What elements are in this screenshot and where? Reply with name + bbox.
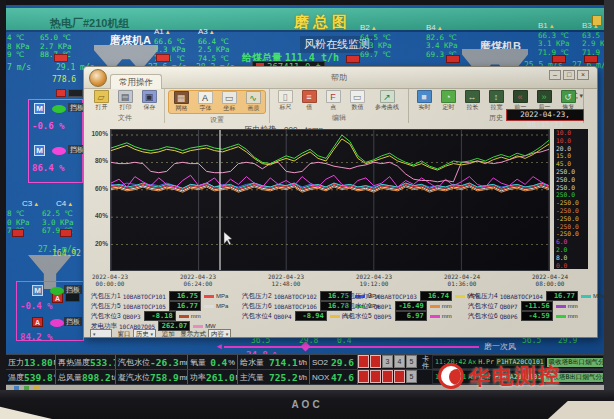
toolbar-font-button[interactable]: A字体 <box>194 91 216 113</box>
close-icon[interactable]: × <box>577 70 589 80</box>
taskbar-icon[interactable] <box>34 386 39 390</box>
toolbar-widen-button[interactable]: ↕拉宽 <box>485 90 507 112</box>
legend-row[interactable]: 汽包水位5QB0P56.97mm <box>342 311 479 321</box>
legend-row[interactable]: 汽包水位7QB0P7-11.56mm <box>468 301 604 311</box>
toolbar-group-文件: ▱打开▤打印▣保存文件 <box>86 89 165 123</box>
plant-title: 热电厂#210机组 <box>50 16 129 31</box>
x-axis-label: 2022-04-2401:36:00 <box>432 273 492 287</box>
tab-common-operations[interactable]: 常用操作 <box>110 74 162 89</box>
motor-m-box[interactable]: M <box>32 285 43 296</box>
toolbar-stretch-button[interactable]: ↔拉长 <box>461 90 483 112</box>
alarm-block[interactable] <box>56 89 66 97</box>
toolbar-axis-button[interactable]: ▭坐标 <box>218 91 240 113</box>
status-label: 汽包水位 <box>118 357 150 368</box>
toolbar-ruler-button[interactable]: ▯标尺 <box>274 90 296 112</box>
trend-chart[interactable] <box>110 129 550 271</box>
pump-a-box[interactable]: A <box>32 317 43 327</box>
alarm-page-button[interactable]: 5 <box>406 355 417 368</box>
valve-status-icon[interactable] <box>52 147 66 155</box>
toolbar-open-button[interactable]: ▱打开 <box>90 90 112 112</box>
alarm-page-button[interactable] <box>382 370 393 383</box>
monitor-bezel <box>0 0 614 5</box>
value-icon: ≡ <box>302 90 317 103</box>
window-select[interactable]: 历史 ▾ <box>133 329 156 338</box>
legend-row[interactable]: 汽包压力110BABTOCP10116.75MPa <box>91 291 228 301</box>
valve-status-icon[interactable] <box>52 105 66 113</box>
toolbar-grid-button[interactable]: ▦网格 <box>170 91 192 113</box>
valve-status-icon[interactable] <box>50 287 64 295</box>
taskbar-icon[interactable] <box>14 386 19 390</box>
pen-value: 16.77 <box>169 301 201 311</box>
legend-row[interactable]: 汽包压力310BABTOCP10316.74MPa <box>342 291 479 301</box>
motor-m-box[interactable]: M <box>34 103 45 114</box>
app-logo-icon[interactable] <box>89 69 107 87</box>
alarm-block[interactable] <box>446 55 460 63</box>
toolbar-point-button[interactable]: F点 <box>322 90 344 112</box>
legend-row[interactable]: 汽包水位6QB0P6-4.59mm <box>468 311 604 321</box>
maximize-icon[interactable]: □ <box>563 70 575 80</box>
status-cell: 总风量898.2t/h <box>56 370 116 384</box>
alarm-page-button[interactable] <box>370 370 381 383</box>
alarm-button-row: 5 <box>358 370 420 384</box>
alarm-page-button[interactable]: 4 <box>394 355 405 368</box>
valve-status-icon[interactable] <box>50 319 64 327</box>
status-cell: NOX47.6 <box>310 370 358 384</box>
pen-icon: ∿ <box>246 91 261 104</box>
status-cell: 主汽量725.2t/h <box>238 370 310 384</box>
toolbar-group-label: 编辑 <box>273 113 405 123</box>
toolbar-refcurve-button[interactable]: ↗参考曲线 <box>370 90 404 112</box>
y-axis-label: 20% <box>84 240 108 247</box>
taskbar-icon[interactable] <box>24 386 29 390</box>
motor-m-box[interactable]: M <box>34 145 45 156</box>
alarm-block[interactable] <box>552 55 566 63</box>
alarm-block[interactable] <box>584 55 598 63</box>
toolbar-print-button[interactable]: ▤打印 <box>114 90 136 112</box>
status-label: 功率 <box>190 372 206 383</box>
pen-tag: 10BABTOCP103 <box>374 293 417 300</box>
alarm-page-button[interactable] <box>358 370 369 383</box>
alarm-triangle-icon: ▲ <box>33 201 39 207</box>
pen-unit: mm <box>191 313 201 319</box>
alarm-page-button[interactable]: 5 <box>406 370 417 383</box>
toolbar-save-button[interactable]: ▣保存 <box>138 90 160 112</box>
help-menu[interactable]: 帮助 <box>331 72 347 83</box>
alarm-page-button[interactable] <box>394 370 405 383</box>
status-value: 261.0 <box>206 372 235 383</box>
alarm-block[interactable] <box>54 54 68 62</box>
pen-unit: MPa <box>593 293 604 299</box>
toolbar-realtime-button[interactable]: ■实时 <box>413 90 435 112</box>
x-axis-time: 12:48:00 <box>256 280 316 287</box>
alarm-block[interactable] <box>346 55 360 63</box>
append-button[interactable]: 追加 <box>162 330 175 337</box>
probe-c3-id: C3▲ <box>22 200 39 210</box>
trend-window-titlebar[interactable]: 常用操作 帮助 – □ × <box>84 67 597 89</box>
pen-combo[interactable]: ▾ <box>90 329 112 338</box>
alarm-block[interactable] <box>12 229 24 237</box>
legend-column: 汽包压力110BABTOCP10116.75MPa汽包压力510BABTOCP1… <box>91 291 228 331</box>
status-cell: SO229.6 <box>310 355 358 369</box>
legend-row[interactable]: 汽包压力510BABTOCP10516.77MPa <box>91 301 228 311</box>
pen-unit: MPa <box>216 303 228 309</box>
alarm-block[interactable] <box>60 229 72 237</box>
x-axis-time: 01:36:00 <box>432 280 492 287</box>
alarm-page-button[interactable] <box>358 355 369 368</box>
display-mode-select[interactable]: 内容 ▾ <box>208 329 231 338</box>
toolbar-pen-button[interactable]: ∿画质 <box>242 91 264 113</box>
x-axis-time: 08:00:00 <box>520 280 580 287</box>
alarm-block[interactable] <box>156 54 170 62</box>
toolbar-button-label: 保存 <box>143 103 155 111</box>
alarm-page-button[interactable]: 3 <box>382 355 393 368</box>
toolbar-timing-button[interactable]: ◔定时 <box>437 90 459 112</box>
legend-row[interactable]: 汽包水位1QB0P1-16.49mm <box>342 301 479 311</box>
toolbar-value-button[interactable]: ≡值 <box>298 90 320 112</box>
legend-row[interactable]: 汽包压力410BABTOCP10416.77MPa <box>468 291 604 301</box>
slider-arrow-icon: ◄ <box>215 342 223 351</box>
minimize-icon[interactable]: – <box>549 70 561 80</box>
toolbar-numeric-button[interactable]: ▭数值 <box>346 90 368 112</box>
status-value: 13.80 <box>24 357 53 368</box>
alarm-page-button[interactable] <box>370 355 381 368</box>
probe-left-partial: 4 ℃8 KPa9 ℃ <box>7 34 30 60</box>
primary-air-slider[interactable] <box>224 346 479 348</box>
legend-row[interactable]: 汽包水位3QB0P3-8.18mm <box>91 311 228 321</box>
toolbar-group-row: ▯标尺≡值F点▭数值↗参考曲线 <box>273 90 405 112</box>
